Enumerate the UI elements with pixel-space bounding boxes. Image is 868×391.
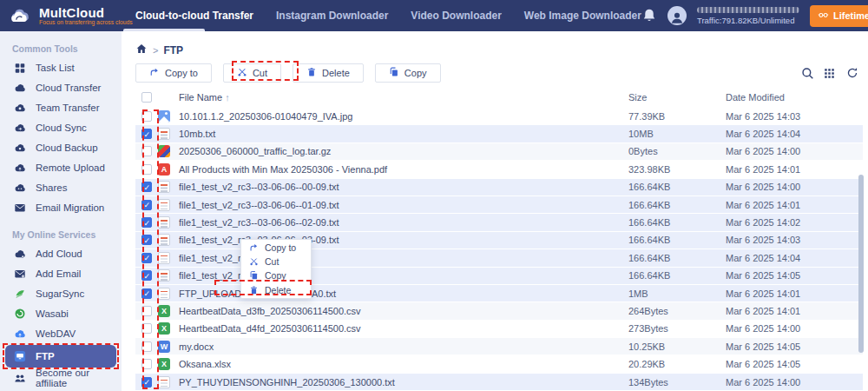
row-checkbox[interactable]: [141, 164, 152, 175]
row-checkbox[interactable]: [141, 111, 152, 122]
copy-to-icon: [149, 67, 160, 79]
nav-tabs: Cloud-to-cloud TransferInstagram Downloa…: [135, 0, 641, 31]
copy-button[interactable]: Copy: [375, 63, 441, 83]
row-checkbox[interactable]: [141, 323, 152, 334]
row-checkbox[interactable]: [141, 235, 152, 245]
file-icon-image: [158, 110, 179, 123]
row-checkbox[interactable]: [141, 341, 152, 352]
sidebar-item-remote-upload[interactable]: Remote Upload: [0, 157, 122, 177]
home-icon[interactable]: [135, 43, 148, 57]
delete-button[interactable]: Delete: [293, 63, 364, 83]
add-email-icon: [13, 267, 26, 280]
row-checkbox[interactable]: [141, 288, 152, 299]
table-row[interactable]: AAll Products with Min Max 20250306 - Vi…: [135, 161, 863, 178]
sidebar-item-webdav[interactable]: WebDAV: [0, 323, 122, 343]
select-all-checkbox[interactable]: [141, 92, 152, 103]
context-menu-item-delete[interactable]: Delete: [241, 283, 311, 297]
file-name: my.docx: [179, 341, 628, 352]
copy-icon: [249, 271, 259, 281]
wasabi-icon: [13, 307, 26, 320]
row-checkbox[interactable]: [141, 306, 152, 316]
sidebar-item-cloud-backup[interactable]: Cloud Backup: [0, 137, 122, 157]
grid-view-icon[interactable]: [824, 67, 837, 80]
file-name-text: file1_test_v2_rc3--03-06-06--02-09.txt: [179, 217, 339, 228]
glasses-icon: [818, 10, 829, 23]
table-row[interactable]: XHeartbeatData_d3fb_20250306114500.csv26…: [135, 302, 863, 320]
sidebar-item-wasabi[interactable]: Wasabi: [0, 303, 122, 323]
sidebar-item-sugarsync[interactable]: SugarSync: [0, 283, 122, 303]
sidebar-item-cloud-transfer[interactable]: Cloud Transfer: [0, 77, 122, 97]
row-checkbox[interactable]: [141, 253, 152, 263]
table-row[interactable]: XHeartbeatData_d4fd_20250306114500.csv27…: [135, 321, 863, 338]
file-icon-word: W: [158, 341, 179, 353]
file-size: 166.64KB: [628, 235, 726, 245]
context-menu-item-cut[interactable]: Cut: [241, 255, 311, 268]
cut-button[interactable]: Cut: [223, 63, 281, 83]
table-row[interactable]: PY_THUYDIENSONGHINH_20250306_130000.txt1…: [135, 374, 863, 391]
column-header-date[interactable]: Date Modified: [726, 92, 863, 103]
row-checkbox[interactable]: [141, 217, 152, 228]
table-row[interactable]: file1_test_v2_rc3--03-06-06--01-09.txt16…: [135, 196, 863, 214]
search-icon[interactable]: [801, 67, 814, 80]
table-row[interactable]: file1_test_v2_rc3--03-06-06--00-09.txt16…: [135, 179, 863, 196]
copy-to-button[interactable]: Copy to: [135, 63, 212, 83]
file-date: Mar 6 2025 14:02: [726, 217, 863, 228]
column-header-size[interactable]: Size: [628, 92, 726, 103]
row-checkbox[interactable]: [141, 270, 152, 281]
table-row[interactable]: file1_test_v2_rc3--03-06-06--02-09.txt16…: [135, 214, 863, 231]
sidebar-item-add-cloud[interactable]: Add Cloud: [0, 243, 122, 263]
table-row[interactable]: 10mb.txt10MBMar 6 2025 14:04: [135, 125, 863, 142]
sidebar-item-task-list[interactable]: Task List: [0, 57, 122, 77]
row-checkbox[interactable]: [141, 359, 152, 369]
user-avatar[interactable]: [667, 6, 687, 25]
column-header-name[interactable]: File Name↑: [179, 92, 628, 103]
cloud-transfer-icon: [13, 81, 26, 94]
sidebar-item-add-email[interactable]: Add Email: [0, 263, 122, 283]
file-date: Mar 6 2025 14:05: [726, 270, 863, 281]
context-menu-item-label: Delete: [265, 285, 291, 295]
file-icon-excel: X: [158, 322, 179, 335]
sidebar-item-become-our-affiliate[interactable]: Become our affiliate: [0, 368, 122, 388]
row-checkbox[interactable]: [141, 182, 152, 192]
header-right: Traffic:791.82KB/Unlimited Lifetime Unli…: [641, 5, 868, 27]
refresh-icon[interactable]: [846, 67, 859, 80]
sidebar-item-ftp[interactable]: FTP: [5, 345, 116, 368]
file-size: 10.25KB: [628, 341, 726, 352]
tab-cloud-to-cloud-transfer[interactable]: Cloud-to-cloud Transfer: [135, 10, 253, 22]
multcloud-app: MultCloud Focus on transferring across c…: [0, 0, 868, 391]
vertical-scrollbar-thumb[interactable]: [858, 175, 864, 353]
app-header: MultCloud Focus on transferring across c…: [0, 0, 868, 31]
tab-instagram-downloader[interactable]: Instagram Downloader: [276, 10, 388, 22]
file-name-tail: A0.txt: [312, 288, 336, 299]
row-checkbox[interactable]: [141, 377, 152, 388]
sidebar-item-cloud-sync[interactable]: Cloud Sync: [0, 117, 122, 137]
context-menu-item-copy[interactable]: Copy: [241, 268, 311, 282]
file-name: file1_test_v2_rc3--03-06-06--01-09.txt: [179, 200, 628, 210]
table-row[interactable]: XOksana.xlsx20.29KBMar 6 2025 14:05: [135, 355, 863, 373]
context-menu-item-copy-to[interactable]: Copy to: [241, 241, 311, 255]
lifetime-unlimited-button[interactable]: Lifetime Unlimited: [810, 5, 868, 27]
file-size: 134Bytes: [628, 377, 726, 388]
logo-tagline: Focus on transferring across clouds: [39, 19, 133, 26]
file-size: 10MB: [628, 129, 726, 139]
notifications-bell-icon[interactable]: [641, 8, 657, 23]
multcloud-logo[interactable]: MultCloud Focus on transferring across c…: [9, 6, 123, 26]
file-date: Mar 6 2025 14:05: [726, 359, 863, 369]
sort-ascending-icon: ↑: [225, 92, 230, 103]
tab-video-downloader[interactable]: Video Downloader: [411, 10, 501, 22]
sidebar-item-team-transfer[interactable]: Team Transfer: [0, 97, 122, 117]
row-checkbox[interactable]: [141, 146, 152, 156]
sidebar-item-shares[interactable]: Shares: [0, 177, 122, 197]
row-checkbox[interactable]: [141, 200, 152, 210]
file-size: 323.98KB: [628, 164, 726, 175]
table-row[interactable]: 20250306_060000_traffic_log.tar.gz0Bytes…: [135, 143, 863, 161]
sidebar-item-email-migration[interactable]: Email Migration: [0, 197, 122, 217]
table-row[interactable]: 10.101.1.2_20250306-01040479_IVA.jpg77.3…: [135, 108, 863, 125]
tab-web-image-downloader[interactable]: Web Image Downloader: [524, 10, 641, 22]
file-size: 1MB: [628, 288, 726, 299]
table-row[interactable]: Wmy.docx10.25KBMar 6 2025 14:05: [135, 338, 863, 355]
file-icon-txt: [158, 376, 179, 388]
file-name-text: file1_test_v2_rc3--03-06-06--00-09.txt: [179, 182, 339, 192]
row-checkbox[interactable]: [141, 129, 152, 139]
affiliate-icon: [13, 371, 26, 384]
